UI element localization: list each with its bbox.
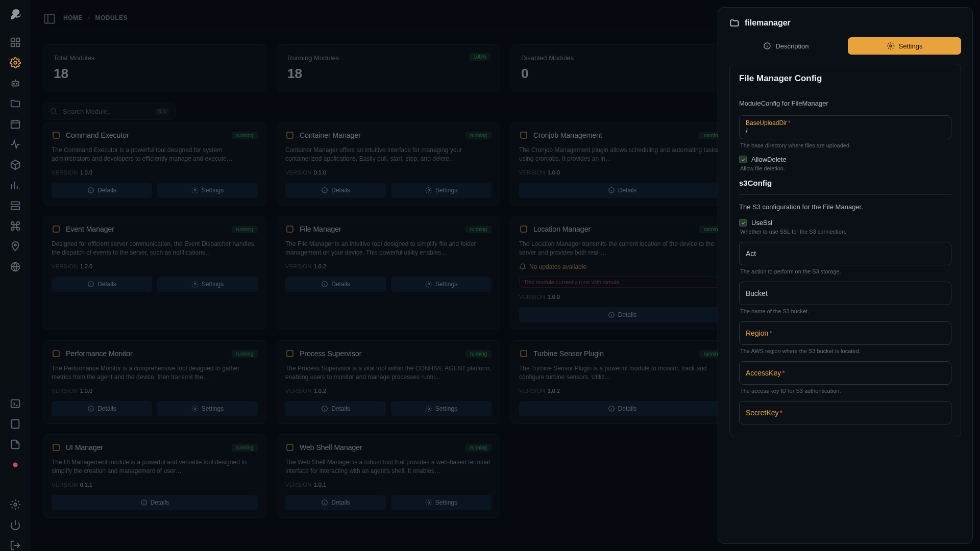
module-card: UI Manager running The UI Management mod… <box>43 434 266 518</box>
field-bucket[interactable]: Bucket <box>739 282 951 305</box>
nav-calendar-icon[interactable] <box>10 118 21 130</box>
hint-bucket: The name of the S3 bucket. <box>739 308 951 314</box>
sidebar-toggle-icon[interactable] <box>43 12 56 23</box>
settings-button[interactable]: Settings <box>157 401 258 416</box>
nav-dashboard-icon[interactable] <box>10 37 21 48</box>
details-button[interactable]: Details <box>519 401 725 416</box>
tab-settings[interactable]: Settings <box>848 37 961 55</box>
search-kbd: ⌘ k <box>155 108 169 115</box>
status-badge: running <box>232 132 258 139</box>
search-input-wrap[interactable]: ⌘ k <box>43 103 176 120</box>
settings-button[interactable]: Settings <box>391 277 492 292</box>
checkbox-usessl[interactable]: UseSsl <box>739 219 951 227</box>
module-icon <box>285 131 295 140</box>
nav-robot-icon[interactable] <box>10 78 21 89</box>
details-button[interactable]: Details <box>285 277 386 292</box>
details-button[interactable]: Details <box>285 495 386 510</box>
breadcrumb-modules[interactable]: MODULES <box>95 14 128 21</box>
settings-button[interactable]: Settings <box>157 183 258 198</box>
details-button[interactable]: Details <box>285 183 386 198</box>
svg-rect-10 <box>11 207 20 210</box>
nav-modules-icon[interactable] <box>10 57 21 68</box>
field-accesskey[interactable]: AccessKey* <box>739 361 951 385</box>
search-input[interactable] <box>63 108 150 115</box>
nav-device-icon[interactable] <box>10 418 21 430</box>
module-version: VERSION1.0.0 <box>52 169 258 176</box>
svg-rect-19 <box>53 132 59 138</box>
module-name: Event Manager <box>66 225 227 233</box>
nav-server-icon[interactable] <box>10 200 21 211</box>
field-secretkey[interactable]: SecretKey* <box>739 401 951 424</box>
settings-button[interactable]: Settings <box>157 277 258 292</box>
module-icon <box>285 224 295 234</box>
module-card: Cronjob Management running The Cronjob M… <box>510 122 734 206</box>
nav-activity-icon[interactable] <box>10 139 21 150</box>
module-version: VERSION1.0.0 <box>519 169 725 176</box>
hint-region: The AWS region where the S3 bucket is lo… <box>739 348 951 354</box>
nav-document-icon[interactable] <box>10 439 21 450</box>
check-icon <box>739 219 747 227</box>
nav-cube-icon[interactable] <box>10 159 21 170</box>
module-icon <box>52 131 61 140</box>
module-description: The Location Manager transmits the curre… <box>519 240 725 257</box>
module-description: Designed for efficient server communicat… <box>52 240 258 257</box>
nav-command-icon[interactable] <box>10 220 21 232</box>
module-description: The Turbine Sensor Plugin is a powerful … <box>519 364 725 382</box>
nav-logout-icon[interactable] <box>10 540 21 551</box>
module-version: VERSION1.0.0 <box>519 294 725 300</box>
nav-power-icon[interactable] <box>10 519 21 531</box>
svg-rect-22 <box>287 132 293 138</box>
svg-point-24 <box>428 189 430 191</box>
svg-rect-30 <box>287 226 293 232</box>
details-button[interactable]: Details <box>519 307 725 322</box>
hint-baseuploaddir: The base directory where files are uploa… <box>739 142 951 148</box>
module-card: Turbine Sensor Plugin running The Turbin… <box>510 340 734 424</box>
svg-point-37 <box>194 408 196 410</box>
module-description: The UI Management module is a powerful a… <box>52 458 258 475</box>
s3config-heading: s3Config <box>739 179 951 187</box>
module-name: UI Manager <box>66 443 227 452</box>
sidebar-rail <box>0 0 31 551</box>
checkbox-allowdelete[interactable]: AllowDelete <box>739 156 951 163</box>
nav-record-icon[interactable] <box>10 459 21 470</box>
details-button[interactable]: Details <box>52 183 152 198</box>
svg-rect-3 <box>16 43 19 46</box>
module-name: Cronjob Management <box>533 131 694 139</box>
module-version: VERSION0.1.0 <box>285 169 492 176</box>
module-card: Web Shell Manager running The Web Shell … <box>277 434 500 518</box>
field-baseuploaddir[interactable]: BaseUploadDir* / <box>739 115 951 139</box>
nav-chart-icon[interactable] <box>10 180 21 191</box>
field-act[interactable]: Act <box>739 242 951 265</box>
settings-button[interactable]: Settings <box>391 401 492 416</box>
module-card: File Manager running The File Manager is… <box>277 216 500 330</box>
module-version: VERSION1.0.2 <box>285 263 492 269</box>
nav-globe-icon[interactable] <box>10 261 21 272</box>
svg-rect-38 <box>287 350 293 357</box>
svg-rect-1 <box>16 38 19 41</box>
nav-folder-icon[interactable] <box>10 98 21 109</box>
config-subtitle: ModuleConfig for FileManager <box>739 99 951 107</box>
svg-rect-2 <box>11 43 14 46</box>
details-button[interactable]: Details <box>285 401 386 416</box>
details-button[interactable]: Details <box>52 277 152 292</box>
settings-button[interactable]: Settings <box>391 495 492 510</box>
nav-location-icon[interactable] <box>10 241 21 252</box>
module-card: Process Supervisor running The Process S… <box>277 340 500 424</box>
s3config-subtitle: The S3 configuration for the File Manage… <box>739 203 951 211</box>
drawer-title: filemanager <box>745 18 791 28</box>
module-icon <box>285 443 295 452</box>
module-version: VERSION1.0.1 <box>285 482 492 488</box>
nav-settings-icon[interactable] <box>10 499 21 510</box>
field-region[interactable]: Region* <box>739 321 951 345</box>
module-icon <box>285 349 295 358</box>
settings-button[interactable]: Settings <box>391 183 492 198</box>
module-icon <box>52 443 61 452</box>
app-logo <box>8 8 22 22</box>
tab-description[interactable]: Description <box>729 37 843 55</box>
details-button[interactable]: Details <box>519 183 725 198</box>
nav-terminal-icon[interactable] <box>10 398 21 409</box>
details-button[interactable]: Details <box>52 401 152 416</box>
breadcrumb-home[interactable]: HOME <box>63 14 83 21</box>
svg-rect-45 <box>287 444 293 450</box>
details-button[interactable]: Details <box>52 495 258 510</box>
